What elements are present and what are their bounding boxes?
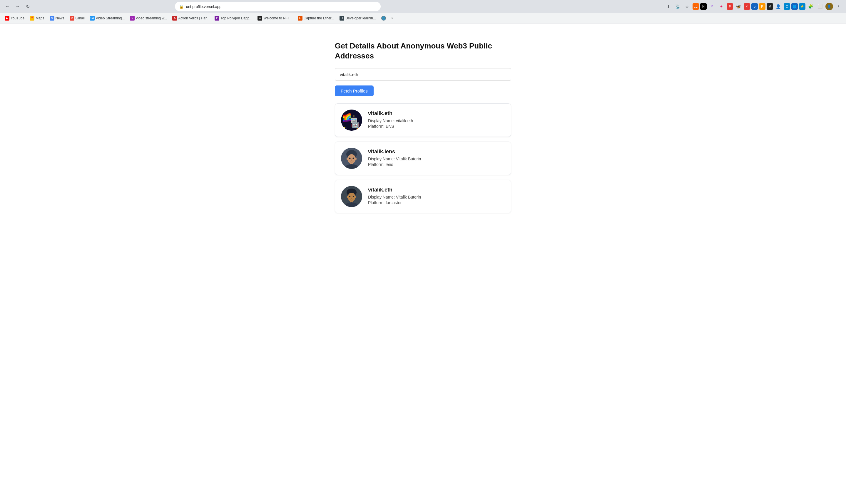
svg-rect-19 bbox=[351, 118, 352, 119]
svg-point-1 bbox=[345, 115, 346, 116]
bookmark-more[interactable]: 🌐 bbox=[379, 15, 388, 22]
bookmark-polygon-label: Top Polygon Dapp... bbox=[221, 16, 252, 20]
bookmark-developer-learning-label: Developer learnin... bbox=[345, 16, 376, 20]
svg-text:✦: ✦ bbox=[356, 127, 358, 130]
bookmark-maps-label: Maps bbox=[36, 16, 44, 20]
svg-rect-9 bbox=[343, 116, 351, 118]
maps-favicon: 📍 bbox=[30, 16, 34, 21]
ext-icon-5[interactable]: P bbox=[727, 3, 733, 10]
ext-icon-4[interactable]: ✦ bbox=[717, 2, 725, 11]
profile-avatar-icon[interactable]: 👤 bbox=[825, 3, 833, 10]
bookmark-youtube[interactable]: ▶ YouTube bbox=[2, 15, 27, 22]
overflow-label: » bbox=[391, 16, 393, 20]
ext-icon-14[interactable]: ⚡ bbox=[799, 3, 806, 10]
svg-rect-7 bbox=[343, 114, 351, 116]
search-input[interactable] bbox=[335, 68, 511, 81]
bookmark-icon[interactable]: ☆ bbox=[683, 2, 691, 11]
bookmark-video-streaming-2[interactable]: V video streaming w... bbox=[127, 15, 169, 22]
svg-rect-20 bbox=[356, 118, 356, 119]
bookmark-youtube-label: YouTube bbox=[11, 16, 24, 20]
more-menu-icon[interactable]: ⋮ bbox=[834, 2, 843, 11]
reload-button[interactable]: ↻ bbox=[23, 2, 32, 11]
svg-rect-11 bbox=[343, 119, 351, 121]
page-content: Get Details About Anonymous Web3 Public … bbox=[0, 23, 846, 504]
bookmark-polygon[interactable]: P Top Polygon Dapp... bbox=[212, 15, 255, 22]
profile-card-farcaster: vitalik.eth Display Name: Vitalik Buteri… bbox=[335, 180, 511, 213]
ext-icon-13[interactable]: 🌐 bbox=[791, 3, 798, 10]
bookmark-action-verbs[interactable]: A Action Verbs | Har... bbox=[170, 15, 212, 22]
news-favicon: N bbox=[50, 16, 54, 21]
svg-point-29 bbox=[353, 158, 354, 159]
ext-icon-10[interactable]: M bbox=[766, 3, 773, 10]
profile-display-name-lens: Display Name: Vitalik Buterin bbox=[368, 157, 505, 161]
svg-point-32 bbox=[355, 158, 357, 160]
profile-info-ens: vitalik.eth Display Name: vitalik.eth Pl… bbox=[368, 110, 505, 129]
ext-icon-1[interactable]: 🦊 bbox=[693, 3, 699, 10]
ext-tablet-icon[interactable]: ⬜ bbox=[816, 2, 824, 11]
profile-info-farcaster: vitalik.eth Display Name: Vitalik Buteri… bbox=[368, 187, 505, 206]
svg-rect-14 bbox=[352, 119, 353, 120]
bookmark-gmail-label: Gmail bbox=[75, 16, 85, 20]
ext-icon-7[interactable]: ✕ bbox=[744, 3, 750, 10]
lock-icon: 🔒 bbox=[179, 4, 184, 9]
ext-icon-9[interactable]: P bbox=[759, 3, 765, 10]
bookmark-nft[interactable]: W Welcome to NFT... bbox=[255, 15, 295, 22]
profile-platform-farcaster: Platform: farcaster bbox=[368, 200, 505, 205]
video-streaming-1-favicon: 5A bbox=[90, 16, 94, 21]
cast-icon[interactable]: 📡 bbox=[674, 2, 682, 11]
profile-platform-ens: Platform: ENS bbox=[368, 124, 505, 129]
profile-card-ens: ✦ ✦ vitalik.eth Display Name: vitalik.et… bbox=[335, 103, 511, 137]
capture-ether-favicon: C bbox=[298, 16, 303, 21]
browser-titlebar: ← → ↻ 🔒 uni-profile.vercel.app ⬇ 📡 ☆ 🦊 N… bbox=[0, 0, 846, 13]
svg-point-2 bbox=[357, 114, 358, 114]
profile-name-ens: vitalik.eth bbox=[368, 110, 505, 116]
bookmark-action-verbs-label: Action Verbs | Har... bbox=[178, 16, 209, 20]
bookmark-news[interactable]: N News bbox=[47, 15, 67, 22]
bookmark-gmail[interactable]: M Gmail bbox=[67, 15, 87, 22]
svg-point-39 bbox=[353, 196, 354, 197]
ext-icon-11[interactable]: 👤 bbox=[774, 2, 782, 11]
svg-point-30 bbox=[351, 160, 352, 161]
profile-display-name-farcaster: Display Name: Vitalik Buterin bbox=[368, 195, 505, 199]
ext-icon-8[interactable]: b bbox=[752, 3, 758, 10]
ext-icon-6[interactable]: 🦋 bbox=[734, 2, 743, 11]
svg-point-3 bbox=[358, 122, 359, 123]
gmail-favicon: M bbox=[70, 16, 74, 21]
bookmark-video-streaming-1-label: Video Streaming... bbox=[96, 16, 125, 20]
forward-button[interactable]: → bbox=[14, 2, 22, 11]
ext-icon-3[interactable]: Y bbox=[708, 2, 716, 11]
profile-name-farcaster: vitalik.eth bbox=[368, 187, 505, 193]
address-bar[interactable]: 🔒 uni-profile.vercel.app bbox=[175, 2, 381, 11]
back-button[interactable]: ← bbox=[3, 2, 12, 11]
profile-card-lens: vitalik.lens Display Name: Vitalik Buter… bbox=[335, 142, 511, 175]
svg-point-5 bbox=[356, 125, 356, 126]
svg-rect-10 bbox=[343, 118, 351, 119]
ext-icon-12[interactable]: C bbox=[784, 3, 790, 10]
profile-avatar-lens bbox=[341, 148, 362, 169]
bookmark-developer-learning[interactable]: D Developer learnin... bbox=[337, 15, 378, 22]
download-icon[interactable]: ⬇ bbox=[664, 2, 673, 11]
profile-display-name-ens: Display Name: vitalik.eth bbox=[368, 119, 505, 123]
bookmark-video-streaming-1[interactable]: 5A Video Streaming... bbox=[88, 15, 127, 22]
svg-rect-8 bbox=[343, 115, 351, 117]
profile-info-lens: vitalik.lens Display Name: Vitalik Buter… bbox=[368, 149, 505, 168]
ext-puzzle-icon[interactable]: 🧩 bbox=[807, 2, 815, 11]
ext-icon-2[interactable]: N bbox=[700, 3, 707, 10]
svg-point-31 bbox=[347, 158, 348, 160]
bookmark-overflow[interactable]: » bbox=[389, 15, 396, 21]
bookmark-capture-ether-label: Capture the Ether... bbox=[304, 16, 334, 20]
profile-avatar-ens: ✦ ✦ bbox=[341, 110, 362, 131]
bookmarks-bar: ▶ YouTube 📍 Maps N News M Gmail 5A Video… bbox=[0, 13, 846, 23]
svg-point-6 bbox=[347, 127, 347, 127]
bookmark-capture-ether[interactable]: C Capture the Ether... bbox=[295, 15, 336, 22]
profile-avatar-farcaster bbox=[341, 186, 362, 207]
svg-point-40 bbox=[351, 198, 352, 199]
polygon-favicon: P bbox=[214, 16, 219, 21]
bookmark-news-label: News bbox=[55, 16, 64, 20]
action-verbs-favicon: A bbox=[172, 16, 177, 21]
browser-toolbar-icons: ⬇ 📡 ☆ 🦊 N Y ✦ P 🦋 ✕ b P M 👤 C 🌐 ⚡ 🧩 ⬜ 👤 … bbox=[664, 2, 843, 11]
svg-rect-15 bbox=[355, 119, 356, 120]
profile-platform-lens: Platform: lens bbox=[368, 162, 505, 167]
bookmark-maps[interactable]: 📍 Maps bbox=[27, 15, 47, 22]
fetch-profiles-button[interactable]: Fetch Profiles bbox=[335, 86, 374, 96]
